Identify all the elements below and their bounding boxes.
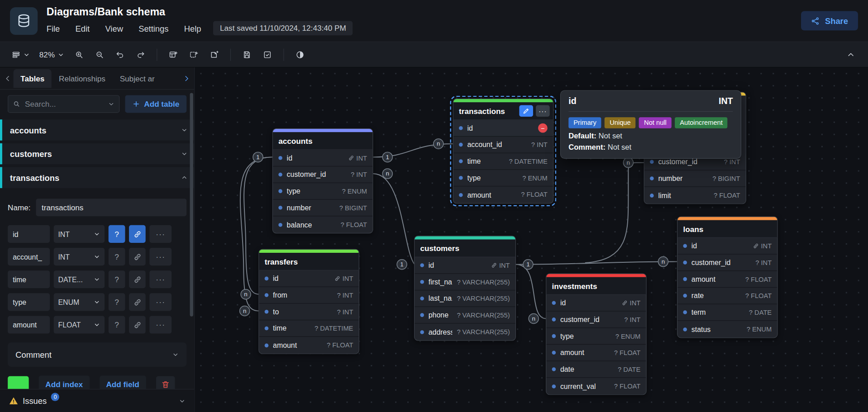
field-row[interactable]: address? VARCHAR(255) (415, 324, 515, 341)
field-row[interactable]: amount? FLOAT (259, 337, 358, 354)
field-row[interactable]: term? DATE (677, 304, 777, 321)
field-row[interactable]: customer_id? INT (546, 312, 646, 328)
undo-button[interactable] (111, 45, 130, 64)
sidebar-table-customers[interactable]: customers (0, 143, 194, 164)
field-row[interactable]: from? INT (259, 287, 358, 304)
chevron-down-icon[interactable] (179, 398, 186, 404)
field-row[interactable]: rate? FLOAT (677, 288, 777, 304)
field-type-select[interactable]: INT (54, 225, 105, 243)
tab-tables[interactable]: Tables (13, 69, 52, 88)
field-row[interactable]: date? DATE (546, 361, 646, 378)
field-row[interactable]: limit? FLOAT (644, 187, 746, 204)
diagram-table-customers[interactable]: customersidINTfirst_na...? VARCHAR(255)l… (414, 236, 516, 341)
field-row[interactable]: amount? FLOAT (677, 271, 777, 288)
field-row[interactable]: idINT (273, 150, 372, 166)
field-row[interactable]: type? ENUM (546, 328, 646, 345)
menu-help[interactable]: Help (184, 24, 201, 33)
field-row[interactable]: amount? FLOAT (453, 186, 553, 203)
field-row[interactable]: idINT (259, 270, 358, 287)
chevron-down-icon[interactable] (181, 127, 188, 133)
chevron-down-icon[interactable] (181, 151, 188, 157)
comment-section[interactable]: Comment (8, 342, 186, 367)
field-name-input[interactable]: type (8, 293, 50, 311)
field-type-select[interactable]: DATE... (54, 270, 105, 288)
chevron-up-icon[interactable] (181, 174, 188, 181)
field-row[interactable]: type? ENUM (273, 183, 372, 200)
menu-view[interactable]: View (105, 24, 123, 33)
table-header[interactable]: transactions··· (453, 102, 553, 120)
field-row[interactable]: customer_id? INT (677, 255, 777, 271)
field-more-button[interactable]: ··· (149, 248, 172, 265)
field-row[interactable]: type? ENUM (453, 170, 553, 187)
table-header[interactable]: customers (415, 240, 515, 257)
field-type-select[interactable]: ENUM (54, 293, 105, 311)
field-row[interactable]: account_id? INT (453, 137, 553, 153)
key-toggle[interactable] (129, 316, 146, 333)
key-toggle[interactable] (129, 248, 146, 265)
table-header[interactable]: loans (677, 220, 777, 238)
field-row[interactable]: customer_id? INT (273, 166, 372, 183)
diagram-table-investments[interactable]: investmentsidINTcustomer_id? INTtype? EN… (546, 273, 647, 395)
table-header[interactable]: investments (546, 277, 646, 295)
field-name-input[interactable]: id (8, 225, 50, 243)
add-table-button[interactable]: Add table (125, 95, 187, 113)
zoom-out-button[interactable] (90, 45, 109, 64)
field-row[interactable]: phone? VARCHAR(255) (415, 307, 515, 324)
key-toggle[interactable] (129, 293, 146, 311)
save-button[interactable] (238, 45, 257, 64)
field-row[interactable]: time? DATETIME (259, 320, 358, 337)
field-row[interactable]: idINT (415, 257, 515, 274)
sidebar-table-transactions[interactable]: transactions (0, 167, 194, 188)
zoom-level-select[interactable]: 82% (35, 45, 68, 64)
nullable-toggle[interactable]: ? (109, 248, 125, 265)
table-header[interactable]: transfers (259, 253, 358, 270)
table-header[interactable]: accounts (273, 132, 372, 150)
search-input[interactable]: Search... (8, 95, 119, 113)
field-row[interactable]: number? BIGINT (273, 200, 372, 217)
field-row[interactable]: first_na...? VARCHAR(255) (415, 274, 515, 290)
field-name-input[interactable]: time (8, 270, 50, 288)
diagram-table-accounts[interactable]: accountsidINTcustomer_id? INTtype? ENUMn… (272, 128, 373, 233)
field-row[interactable]: amount? FLOAT (546, 345, 646, 361)
share-button[interactable]: Share (801, 11, 858, 30)
field-more-button[interactable]: ··· (149, 225, 172, 243)
redo-button[interactable] (131, 45, 150, 64)
diagram-table-transactions[interactable]: transactions···id−account_id? INTtime? D… (453, 99, 554, 204)
field-row[interactable]: to? INT (259, 304, 358, 321)
field-more-button[interactable]: ··· (149, 270, 172, 288)
edit-table-button[interactable] (519, 105, 533, 117)
table-more-button[interactable]: ··· (536, 105, 550, 117)
add-area-tool[interactable] (184, 45, 203, 64)
zoom-in-button[interactable] (70, 45, 89, 64)
menu-file[interactable]: File (47, 24, 60, 33)
chevron-down-icon[interactable] (108, 101, 115, 108)
key-toggle[interactable] (129, 225, 146, 243)
field-more-button[interactable]: ··· (149, 293, 172, 311)
view-mode-button[interactable] (8, 45, 33, 64)
nullable-toggle[interactable]: ? (109, 293, 125, 311)
tab-relationships[interactable]: Relationships (52, 69, 113, 88)
add-index-button[interactable]: Add index (39, 376, 90, 389)
tabs-scroll-left-icon[interactable] (2, 74, 13, 83)
issues-bar[interactable]: Issues 0 (0, 389, 194, 412)
nullable-toggle[interactable]: ? (109, 316, 125, 333)
delete-table-button[interactable] (156, 376, 175, 389)
diagram-table-loans[interactable]: loansidINTcustomer_id? INTamount? FLOATr… (677, 216, 778, 338)
app-logo[interactable] (10, 7, 38, 34)
field-type-select[interactable]: INT (54, 248, 105, 265)
remove-field-button[interactable]: − (538, 123, 548, 133)
field-row[interactable]: id− (453, 120, 553, 137)
tabs-scroll-right-icon[interactable] (181, 74, 192, 83)
sidebar-scrollbar[interactable] (190, 93, 193, 316)
theme-toggle-button[interactable] (291, 45, 310, 64)
table-name-input[interactable]: transactions (36, 199, 186, 216)
field-row[interactable]: time? DATETIME (453, 153, 553, 170)
nullable-toggle[interactable]: ? (109, 225, 125, 243)
nullable-toggle[interactable]: ? (109, 270, 125, 288)
tab-subject-ar[interactable]: Subject ar (113, 69, 162, 88)
field-row[interactable]: idINT (546, 295, 646, 312)
add-note-tool[interactable] (205, 45, 224, 64)
field-row[interactable]: idINT (677, 238, 777, 255)
field-row[interactable]: balance? FLOAT (273, 216, 372, 233)
field-row[interactable]: number? BIGINT (644, 170, 746, 187)
